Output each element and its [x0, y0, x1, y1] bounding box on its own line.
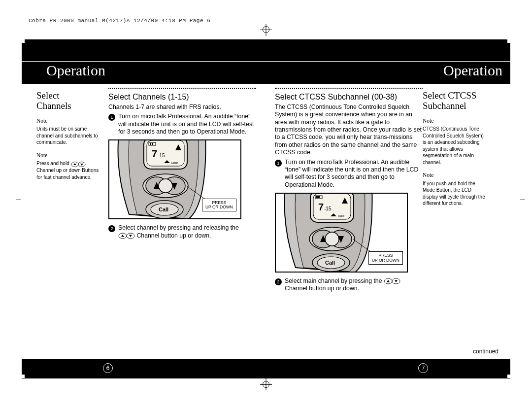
page-number-right: 7	[418, 363, 428, 373]
note-text: Press and hold Channel up or down Button…	[36, 160, 100, 180]
step-number-icon: 1	[275, 160, 282, 167]
callout-line: UP OR DOWN	[205, 205, 233, 209]
svg-rect-24	[318, 196, 320, 198]
svg-text:7: 7	[152, 148, 157, 159]
svg-rect-5	[150, 143, 151, 145]
sidebar-select-channels: Select Channels Note Units must be on sa…	[36, 91, 100, 180]
callout-line: UP OR DOWN	[372, 258, 399, 263]
note-label: Note	[423, 171, 486, 179]
column-intro: Channels 1-7 are shared with FRS radios.	[108, 103, 256, 111]
note-label: Note	[423, 117, 486, 125]
svg-rect-6	[152, 143, 153, 145]
svg-point-31	[325, 232, 339, 246]
device-illustration: 7 -15 MRP Call PRESS	[108, 139, 241, 219]
step-item: 1 Turn on microTalk Professional. An aud…	[108, 113, 256, 136]
step-number-icon: 2	[108, 225, 115, 232]
callout-press-up-down: PRESS UP OR DOWN	[202, 199, 236, 212]
device-illustration: 7 -15 MRP Call PRESS UP OR DOWN	[275, 193, 408, 273]
perforation-mark	[507, 375, 510, 378]
column-select-channels: Select Channels (1-15) Channels 1-7 are …	[108, 88, 256, 240]
page-number-left: 6	[103, 363, 113, 373]
step-text: Select channel by pressing and releasing…	[118, 224, 256, 240]
step-text-fragment: Channel button up or down.	[136, 232, 211, 239]
header-bar	[22, 39, 510, 61]
crop-mark	[16, 200, 21, 200]
step-item: 2 Select channel by pressing and releasi…	[108, 224, 256, 240]
sidebar-heading: Select CTCSS Subchannel	[423, 91, 486, 111]
heading-line: Subchannel	[423, 101, 466, 111]
column-intro: The CTCSS (Continuous Tone Controlled Sq…	[275, 103, 423, 157]
svg-text:7: 7	[318, 202, 324, 212]
note-text: If you push and hold the Mode Button, th…	[423, 180, 486, 207]
column-heading: Select Channels (1-15)	[108, 93, 256, 102]
step-number-icon: 2	[275, 278, 282, 285]
section-title-left: Operation	[46, 62, 105, 79]
note-text: Units must be on same channel and subcha…	[36, 126, 100, 146]
perforation-mark	[507, 39, 510, 43]
step-text: Select main channel by pressing the Chan…	[285, 277, 423, 293]
manual-page-spread: Cobra PR 2000 manual M(4217)A 12/4/00 4:…	[0, 0, 532, 411]
sidebar-heading: Select Channels	[36, 91, 100, 111]
svg-rect-23	[316, 196, 318, 198]
column-heading: Select CTCSS Subchannel (00-38)	[275, 93, 423, 102]
step-text: Turn on microTalk Professional. An audib…	[118, 113, 256, 136]
divider-dotted	[108, 88, 256, 89]
continued-label: continued	[473, 348, 499, 355]
channel-up-down-icon	[71, 161, 86, 168]
step-text-fragment: Select channel by pressing and releasing…	[118, 224, 239, 231]
step-text: Turn on the microTalk Professional. An a…	[285, 159, 423, 189]
channel-up-down-icon	[118, 232, 135, 240]
svg-text:MRP: MRP	[338, 215, 344, 218]
svg-text:Call: Call	[325, 260, 335, 266]
section-title-right: Operation	[443, 62, 502, 79]
callout-press-up-down: PRESS UP OR DOWN	[368, 251, 403, 265]
heading-line: Channels	[36, 101, 71, 111]
svg-text:-15: -15	[324, 206, 332, 211]
perforation-mark	[22, 375, 25, 378]
crop-mark	[263, 381, 269, 388]
step-item: 2 Select main channel by pressing the Ch…	[275, 277, 423, 293]
column-select-ctcss: Select CTCSS Subchannel (00-38) The CTCS…	[275, 88, 423, 293]
sidebar-select-ctcss: Select CTCSS Subchannel Note CTCSS (Cont…	[423, 91, 486, 207]
svg-text:Call: Call	[159, 206, 168, 212]
svg-text:MRP: MRP	[171, 162, 178, 165]
step-number-icon: 1	[108, 114, 115, 121]
note-label: Note	[36, 152, 100, 160]
crop-mark	[263, 26, 269, 33]
footer-bar	[22, 359, 510, 378]
step-item: 1 Turn on the microTalk Professional. An…	[275, 159, 423, 189]
print-metadata-line: Cobra PR 2000 manual M(4217)A 12/4/00 4:…	[29, 18, 210, 24]
step-text-fragment: Select main channel by pressing the	[285, 277, 384, 284]
note-text: CTCSS (Continuous Tone Controlled Squelc…	[423, 126, 486, 166]
note-label: Note	[36, 117, 100, 125]
divider-dotted	[275, 88, 423, 89]
heading-line: Select	[36, 90, 59, 101]
channel-up-down-icon	[384, 277, 400, 285]
svg-text:-15: -15	[158, 153, 165, 158]
note-text-fragment: Press and hold	[36, 161, 71, 166]
heading-line: Select CTCSS	[423, 90, 476, 101]
svg-point-13	[159, 179, 172, 193]
note-text-fragment: Channel up or down Buttons for fast chan…	[36, 168, 99, 180]
perforation-mark	[22, 39, 25, 43]
crop-mark	[520, 200, 525, 200]
step-text-fragment: Channel button up or down.	[285, 285, 359, 292]
